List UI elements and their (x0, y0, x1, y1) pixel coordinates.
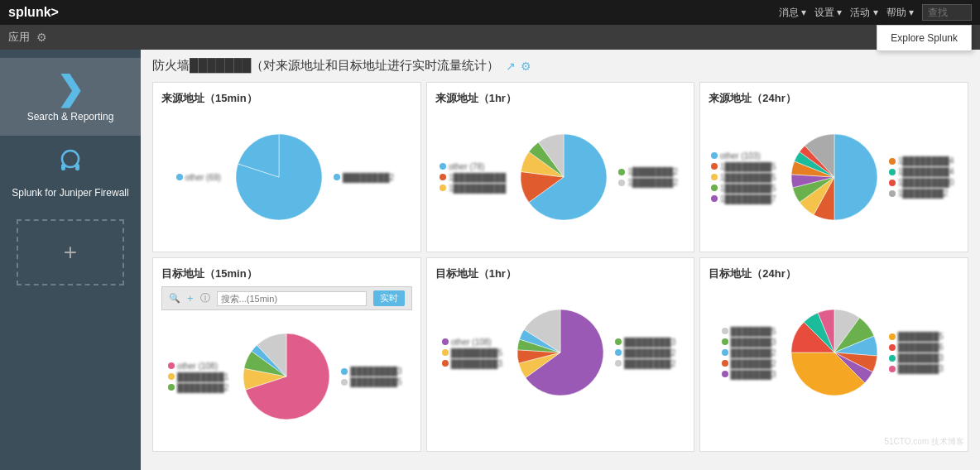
chart-title: 目标地址（24hr） (709, 266, 959, 281)
chart-panel-dst-15min: 目标地址（15min） 🔍 + ⓘ 实时 other (108)████████… (152, 257, 421, 452)
watermark-label: 51CTO.com 技术博客 (884, 436, 964, 448)
search-reporting-icon: ❯ (56, 70, 84, 108)
chart-container: ███████5███████3███████2███████2███████3… (709, 286, 959, 419)
toolbar-search-input[interactable] (217, 291, 367, 306)
main-layout: ❯ Search & Reporting Splunk for Juniper … (0, 50, 980, 470)
chart-panel-src-1hr: 来源地址（1hr） other (78)1█████████1█████████… (426, 82, 695, 252)
chart-title: 目标地址（15min） (161, 266, 412, 281)
sidebar-item-label-juniper: Splunk for Juniper Firewall (12, 187, 128, 200)
chart-title: 来源地址（1hr） (435, 91, 686, 106)
charts-grid: 来源地址（15min） other (69) ████████2 来源地址（1h… (152, 82, 968, 452)
chart-container: other (103)1████████51████████51████████… (709, 111, 959, 243)
sidebar-add-button[interactable]: + (17, 219, 124, 285)
page-title-text: 防火墙███████（对来源地址和目标地址进行实时流量统计） (152, 58, 499, 74)
chart-panel-dst-1hr: 目标地址（1hr） other (108)████████5████████3 … (426, 257, 695, 452)
panel-toolbar: 🔍 + ⓘ 实时 (161, 286, 412, 310)
sidebar-item-juniper[interactable]: Splunk for Juniper Firewall (0, 136, 141, 212)
toolbar-info-icon: ⓘ (200, 291, 210, 305)
page-gear-icon[interactable]: ⚙ (521, 60, 531, 73)
external-link-icon[interactable]: ↗ (506, 60, 516, 73)
top-nav-right: 消息 ▾ 设置 ▾ 活动 ▾ 帮助 ▾ (779, 4, 972, 21)
splunk-logo: splunk> (8, 5, 59, 20)
svg-rect-1 (61, 164, 65, 170)
nav-help[interactable]: 帮助 ▾ (886, 6, 914, 20)
app-bar: 应用 ⚙ (0, 25, 980, 50)
explore-dropdown[interactable]: Explore Splunk (877, 25, 972, 51)
top-search-input[interactable] (922, 4, 972, 21)
svg-rect-2 (75, 164, 79, 170)
sidebar: ❯ Search & Reporting Splunk for Juniper … (0, 50, 141, 470)
app-bar-label: 应用 (8, 30, 30, 45)
nav-settings[interactable]: 设置 ▾ (814, 6, 842, 20)
chart-title: 目标地址（1hr） (435, 266, 686, 281)
chart-panel-src-15min: 来源地址（15min） other (69) ████████2 (152, 82, 421, 252)
toolbar-add-icon: + (187, 292, 194, 305)
chart-title: 来源地址（15min） (161, 91, 412, 106)
nav-messages[interactable]: 消息 ▾ (779, 6, 806, 20)
juniper-icon (55, 147, 85, 184)
chart-title: 来源地址（24hr） (709, 91, 959, 106)
page-title: 防火墙███████（对来源地址和目标地址进行实时流量统计） ↗ ⚙ (152, 58, 968, 74)
page-title-icons: ↗ ⚙ (506, 60, 531, 73)
chart-panel-dst-24hr: 目标地址（24hr） ███████5███████3███████2█████… (699, 257, 968, 452)
gear-icon[interactable]: ⚙ (36, 31, 47, 44)
chart-container: other (69) ████████2 (161, 111, 412, 243)
top-navigation: splunk> 消息 ▾ 设置 ▾ 活动 ▾ 帮助 ▾ (0, 0, 980, 25)
chart-container: other (108)████████5████████3 ████████3█… (435, 286, 686, 419)
sidebar-item-search-reporting[interactable]: ❯ Search & Reporting (0, 58, 141, 136)
realtime-badge: 实时 (373, 290, 405, 306)
chart-container: other (78)1█████████1█████████ 1███████2… (435, 111, 686, 243)
chart-container: other (108)████████1████████2 ████████3█… (161, 310, 412, 443)
sidebar-item-label-search: Search & Reporting (27, 111, 114, 124)
nav-activity[interactable]: 活动 ▾ (850, 6, 877, 20)
search-toolbar-icon: 🔍 (169, 293, 180, 304)
chart-panel-src-24hr: 来源地址（24hr） other (103)1████████51███████… (699, 82, 968, 252)
content-area: 防火墙███████（对来源地址和目标地址进行实时流量统计） ↗ ⚙ 来源地址（… (141, 50, 980, 470)
